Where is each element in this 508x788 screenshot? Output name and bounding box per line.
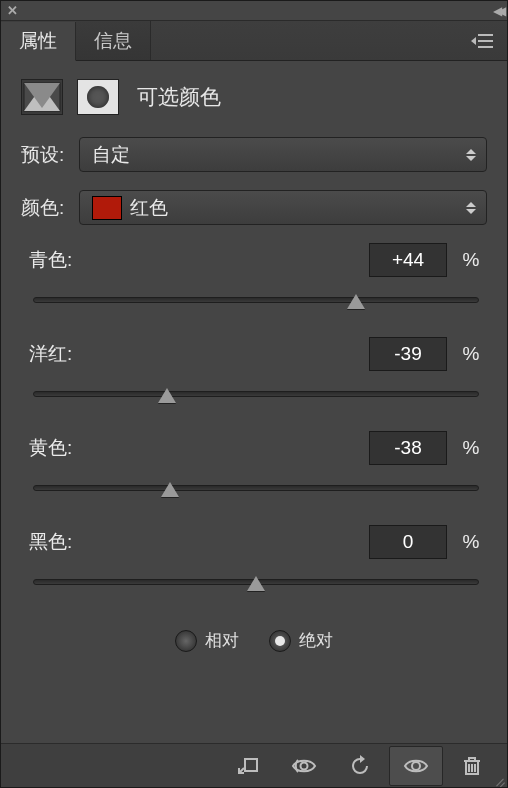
reset-icon[interactable]	[333, 746, 387, 786]
slider-thumb[interactable]	[158, 388, 176, 403]
magenta-label: 洋红:	[29, 341, 72, 367]
colors-row: 颜色: 红色	[21, 190, 487, 225]
cyan-block: 青色: +44 %	[29, 243, 483, 313]
adjustment-header: 可选颜色	[1, 61, 507, 129]
relative-label: 相对	[205, 629, 239, 652]
preset-select[interactable]: 自定	[79, 137, 487, 172]
layer-mask-icon[interactable]	[77, 79, 119, 115]
absolute-label: 绝对	[299, 629, 333, 652]
toggle-visibility-icon[interactable]	[389, 746, 443, 786]
yellow-value[interactable]: -38	[369, 431, 447, 465]
panel-body: 预设: 自定 颜色: 红色 青色: +44 %	[1, 129, 507, 743]
black-slider[interactable]	[29, 573, 483, 595]
slider-thumb[interactable]	[247, 576, 265, 591]
magenta-value[interactable]: -39	[369, 337, 447, 371]
tab-info[interactable]: 信息	[76, 21, 151, 60]
slider-thumb[interactable]	[161, 482, 179, 497]
black-block: 黑色: 0 %	[29, 525, 483, 595]
slider-thumb[interactable]	[347, 294, 365, 309]
resize-grip-icon[interactable]	[491, 771, 505, 785]
svg-rect-2	[478, 46, 493, 48]
radio-icon	[175, 630, 197, 652]
color-swatch	[92, 196, 122, 220]
cyan-slider[interactable]	[29, 291, 483, 313]
cyan-value[interactable]: +44	[369, 243, 447, 277]
black-label: 黑色:	[29, 529, 72, 555]
percent-sign: %	[459, 437, 483, 459]
svg-rect-4	[245, 759, 257, 771]
view-previous-icon[interactable]	[277, 746, 331, 786]
adjustment-title: 可选颜色	[137, 83, 221, 111]
cyan-label: 青色:	[29, 247, 72, 273]
colors-value: 红色	[130, 195, 168, 221]
clip-to-layer-icon[interactable]	[221, 746, 275, 786]
svg-rect-0	[478, 34, 493, 36]
selective-color-icon	[21, 79, 63, 115]
percent-sign: %	[459, 249, 483, 271]
close-icon[interactable]: ✕	[7, 3, 18, 18]
svg-point-6	[412, 762, 420, 770]
percent-sign: %	[459, 531, 483, 553]
panel-menu-icon[interactable]	[465, 21, 499, 60]
yellow-block: 黄色: -38 %	[29, 431, 483, 501]
preset-label: 预设:	[21, 142, 79, 168]
collapse-icon[interactable]: ◀◀	[493, 4, 501, 18]
magenta-block: 洋红: -39 %	[29, 337, 483, 407]
method-absolute[interactable]: 绝对	[269, 629, 333, 652]
yellow-label: 黄色:	[29, 435, 72, 461]
properties-panel: ✕ ◀◀ 属性 信息 可选颜色 预设: 自定 颜色: 红色	[0, 0, 508, 788]
svg-rect-1	[478, 40, 493, 42]
method-relative[interactable]: 相对	[175, 629, 239, 652]
preset-value: 自定	[92, 142, 130, 168]
panel-footer	[1, 743, 507, 787]
colors-select[interactable]: 红色	[79, 190, 487, 225]
colors-label: 颜色:	[21, 195, 79, 221]
yellow-slider[interactable]	[29, 479, 483, 501]
dropdown-caret-icon	[466, 149, 476, 161]
method-row: 相对 绝对	[21, 629, 487, 652]
dropdown-caret-icon	[466, 202, 476, 214]
magenta-slider[interactable]	[29, 385, 483, 407]
radio-icon	[269, 630, 291, 652]
tab-bar: 属性 信息	[1, 21, 507, 61]
black-value[interactable]: 0	[369, 525, 447, 559]
tab-properties[interactable]: 属性	[1, 22, 76, 61]
preset-row: 预设: 自定	[21, 137, 487, 172]
percent-sign: %	[459, 343, 483, 365]
svg-point-5	[301, 762, 308, 769]
panel-titlebar: ✕ ◀◀	[1, 1, 507, 21]
